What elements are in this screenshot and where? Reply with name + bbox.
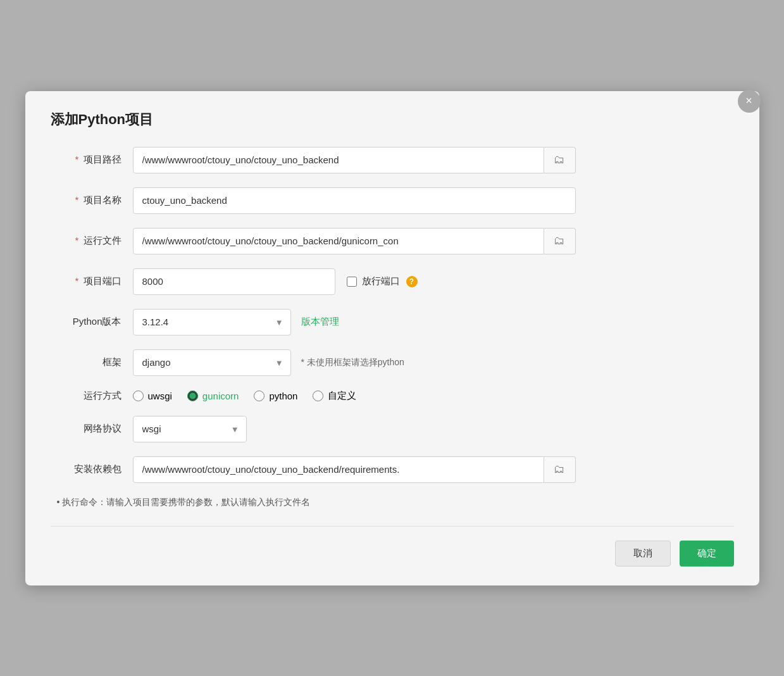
run-mode-row: 运行方式 uwsgi gunicorn python 自定义	[51, 390, 734, 402]
network-protocol-label: 网络协议	[51, 423, 133, 435]
install-deps-input-group: 🗂	[133, 456, 576, 483]
run-file-input-group: 🗂	[133, 228, 576, 254]
dialog-footer: 取消 确定	[51, 541, 734, 566]
install-deps-control: 🗂	[133, 456, 576, 483]
project-name-control	[133, 187, 576, 214]
network-protocol-control: wsgi asgi http ▼	[133, 416, 576, 442]
run-mode-gunicorn[interactable]: gunicorn	[187, 391, 239, 401]
open-port-label[interactable]: 放行端口 ?	[347, 275, 418, 287]
folder-icon-2: 🗂	[554, 234, 565, 247]
run-file-row: * 运行文件 🗂	[51, 228, 734, 254]
project-path-input-group: 🗂	[133, 147, 576, 173]
project-port-label: * 项目端口	[51, 275, 133, 287]
run-mode-control: uwsgi gunicorn python 自定义	[133, 390, 576, 402]
run-file-input[interactable]	[133, 228, 544, 254]
run-mode-python[interactable]: python	[254, 391, 297, 401]
install-deps-row: 安装依赖包 🗂	[51, 456, 734, 483]
project-path-row: * 项目路径 🗂	[51, 147, 734, 173]
install-deps-input[interactable]	[133, 456, 544, 483]
project-path-control: 🗂	[133, 147, 576, 173]
folder-icon-3: 🗂	[554, 463, 565, 476]
run-mode-label: 运行方式	[51, 390, 133, 402]
version-manage-link[interactable]: 版本管理	[301, 316, 339, 328]
project-name-row: * 项目名称	[51, 187, 734, 214]
run-mode-custom[interactable]: 自定义	[313, 390, 356, 402]
python-version-row: Python版本 3.12.4 3.11.0 3.10.0 3.9.0 ▼ 版本…	[51, 309, 734, 335]
dialog: × 添加Python项目 * 项目路径 🗂 * 项目名称 *	[25, 91, 759, 585]
network-protocol-row: 网络协议 wsgi asgi http ▼	[51, 416, 734, 442]
python-version-label: Python版本	[51, 316, 133, 328]
help-icon[interactable]: ?	[406, 276, 418, 287]
run-file-folder-button[interactable]: 🗂	[544, 228, 576, 254]
project-port-input[interactable]	[133, 268, 335, 295]
framework-note: * 未使用框架请选择python	[301, 357, 404, 368]
run-mode-python-radio[interactable]	[254, 391, 264, 401]
run-mode-uwsgi[interactable]: uwsgi	[133, 391, 172, 401]
network-protocol-select[interactable]: wsgi asgi http	[133, 416, 247, 442]
run-mode-custom-radio[interactable]	[313, 391, 323, 401]
dialog-title: 添加Python项目	[51, 110, 734, 129]
open-port-checkbox[interactable]	[347, 277, 357, 287]
python-version-select[interactable]: 3.12.4 3.11.0 3.10.0 3.9.0	[133, 309, 291, 335]
project-path-label: * 项目路径	[51, 154, 133, 166]
confirm-button[interactable]: 确定	[680, 541, 734, 566]
hint-text: 执行命令：请输入项目需要携带的参数，默认请输入执行文件名	[51, 497, 734, 508]
framework-select-wrapper: django flask tornado python ▼	[133, 349, 291, 376]
project-port-control: 放行端口 ?	[133, 268, 576, 295]
python-version-select-wrapper: 3.12.4 3.11.0 3.10.0 3.9.0 ▼	[133, 309, 291, 335]
python-version-control: 3.12.4 3.11.0 3.10.0 3.9.0 ▼ 版本管理	[133, 309, 576, 335]
run-file-control: 🗂	[133, 228, 576, 254]
framework-control: django flask tornado python ▼ * 未使用框架请选择…	[133, 349, 576, 376]
framework-select[interactable]: django flask tornado python	[133, 349, 291, 376]
run-file-label: * 运行文件	[51, 235, 133, 247]
project-path-input[interactable]	[133, 147, 544, 173]
close-button[interactable]: ×	[738, 90, 761, 113]
run-mode-radio-group: uwsgi gunicorn python 自定义	[133, 390, 576, 402]
run-mode-gunicorn-radio[interactable]	[187, 391, 198, 401]
project-name-label: * 项目名称	[51, 194, 133, 206]
install-deps-folder-button[interactable]: 🗂	[544, 456, 576, 483]
framework-label: 框架	[51, 356, 133, 368]
project-path-folder-button[interactable]: 🗂	[544, 147, 576, 173]
cancel-button[interactable]: 取消	[615, 541, 671, 566]
framework-row: 框架 django flask tornado python ▼ * 未使用框架…	[51, 349, 734, 376]
install-deps-label: 安装依赖包	[51, 463, 133, 475]
project-port-row: * 项目端口 放行端口 ?	[51, 268, 734, 295]
network-protocol-select-wrapper: wsgi asgi http ▼	[133, 416, 247, 442]
footer-divider	[51, 526, 734, 527]
folder-icon: 🗂	[554, 153, 565, 166]
required-star: *	[75, 154, 78, 165]
required-star-4: *	[75, 275, 78, 286]
run-mode-uwsgi-radio[interactable]	[133, 391, 144, 401]
required-star-2: *	[75, 194, 78, 205]
required-star-3: *	[75, 235, 78, 246]
project-name-input[interactable]	[133, 187, 576, 214]
